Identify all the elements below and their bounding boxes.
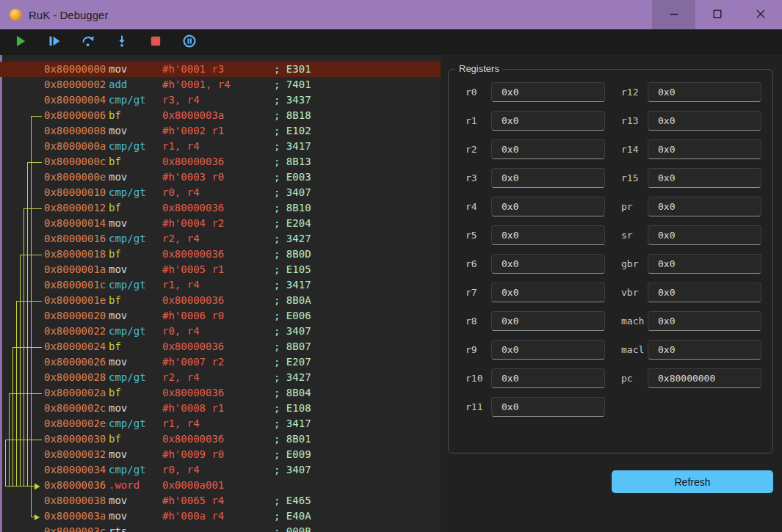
disasm-row[interactable]: 0x80000018bf0x80000036; 8B0D: [0, 247, 441, 262]
disasm-operands: r0, r4: [162, 462, 274, 478]
disasm-row[interactable]: 0x80000012bf0x80000036; 8B10: [0, 200, 441, 216]
disasm-row[interactable]: 0x80000014mov#h'0004 r2; E204: [0, 216, 441, 231]
disasm-row[interactable]: 0x80000022cmp/gtr0, r4; 3407: [0, 324, 441, 339]
disasm-row[interactable]: 0x80000024bf0x80000036; 8B07: [0, 339, 441, 354]
close-button[interactable]: [739, 0, 782, 29]
disasm-row[interactable]: 0x80000016cmp/gtr2, r4; 3427: [0, 231, 441, 247]
disasm-comment: ; E40A: [274, 509, 311, 524]
disasm-row[interactable]: 0x8000000acmp/gtr1, r4; 3417: [0, 139, 441, 154]
disasm-row[interactable]: 0x80000032mov#h'0009 r0; E009: [0, 447, 441, 462]
register-input-r2[interactable]: [491, 139, 605, 159]
disasm-row[interactable]: 0x8000001ebf0x80000036; 8B0A: [0, 293, 441, 308]
register-input-r5[interactable]: [491, 225, 605, 245]
register-input-r10[interactable]: [491, 368, 605, 388]
register-input-pr[interactable]: [648, 197, 761, 216]
disasm-comment: ; 8B10: [274, 200, 311, 216]
register-input-r0[interactable]: [491, 82, 605, 102]
disasm-operands: #h'0004 r2: [162, 216, 274, 231]
disasm-operands: r2, r4: [162, 370, 274, 385]
register-input-r13[interactable]: [648, 111, 761, 131]
disasm-row[interactable]: 0x80000026mov#h'0007 r2; E207: [0, 354, 441, 370]
stop-button[interactable]: [148, 35, 162, 49]
refresh-button[interactable]: Refresh: [612, 470, 773, 493]
disasm-row[interactable]: 0x80000028cmp/gtr2, r4; 3427: [0, 370, 441, 385]
disasm-row[interactable]: 0x8000003amov#h'000a r4; E40A: [0, 509, 441, 524]
disasm-comment: ; 000B: [274, 524, 311, 532]
register-label-r9: r9: [466, 340, 477, 360]
disasm-operands: #h'0002 r1: [162, 123, 274, 139]
disasm-mnemonic: rts: [109, 524, 162, 532]
register-input-mach[interactable]: [648, 311, 761, 331]
disasm-row[interactable]: 0x80000036.word0x0000a001: [0, 478, 441, 493]
register-label-r14: r14: [621, 139, 638, 159]
register-input-r15[interactable]: [648, 168, 761, 188]
continue-button[interactable]: [47, 35, 61, 49]
register-input-r12[interactable]: [648, 82, 761, 102]
disasm-mnemonic: mov: [109, 509, 162, 524]
register-label-r15: r15: [621, 168, 638, 188]
disasm-row[interactable]: 0x80000004cmp/gtr3, r4; 3437: [0, 92, 441, 108]
disasm-address: 0x80000010: [44, 185, 109, 200]
register-label-r2: r2: [466, 139, 477, 159]
run-button[interactable]: [13, 35, 27, 49]
disasm-address: 0x80000034: [44, 462, 109, 478]
disasm-comment: ; 8B07: [274, 339, 311, 354]
disasm-operands: 0x80000036: [162, 154, 274, 170]
disasm-operands: #h'000a r4: [162, 509, 274, 524]
disasm-row[interactable]: 0x80000000mov#h'0001 r3; E301: [0, 62, 441, 77]
register-input-r14[interactable]: [648, 139, 761, 159]
register-input-r1[interactable]: [491, 111, 605, 131]
disasm-row[interactable]: 0x80000008mov#h'0002 r1; E102: [0, 123, 441, 139]
disasm-row[interactable]: 0x8000002abf0x80000036; 8B04: [0, 385, 441, 401]
register-input-r3[interactable]: [491, 168, 605, 188]
step-into-button[interactable]: [115, 35, 128, 49]
register-input-r8[interactable]: [491, 311, 605, 331]
disasm-row[interactable]: 0x80000010cmp/gtr0, r4; 3407: [0, 185, 441, 200]
step-over-button[interactable]: [81, 35, 95, 49]
disasm-row[interactable]: 0x8000001amov#h'0005 r1; E105: [0, 262, 441, 277]
app-icon: [9, 8, 22, 21]
disasm-mnemonic: mov: [109, 170, 162, 185]
register-input-macl[interactable]: [648, 340, 761, 360]
register-input-pc[interactable]: [648, 368, 761, 388]
disasm-row[interactable]: 0x8000000emov#h'0003 r0; E003: [0, 170, 441, 185]
disasm-operands: #h'0006 r0: [162, 308, 274, 324]
register-input-gbr[interactable]: [648, 254, 761, 274]
disasm-operands: 0x80000036: [162, 385, 274, 401]
register-input-r7[interactable]: [491, 283, 605, 302]
disasm-row[interactable]: 0x80000020mov#h'0006 r0; E006: [0, 308, 441, 324]
disasm-row[interactable]: 0x80000006bf0x8000003a; 8B18: [0, 108, 441, 123]
disasm-mnemonic: cmp/gt: [109, 324, 162, 339]
register-input-vbr[interactable]: [648, 283, 761, 302]
maximize-button[interactable]: [695, 0, 739, 29]
pause-button[interactable]: [182, 35, 196, 49]
disasm-row[interactable]: 0x80000038mov#h'0065 r4; E465: [0, 493, 441, 509]
disasm-row[interactable]: 0x80000002add#h'0001, r4; 7401: [0, 77, 441, 92]
disasm-mnemonic: mov: [109, 308, 162, 324]
disasm-comment: ; 8B01: [274, 431, 311, 447]
minimize-button[interactable]: [652, 0, 695, 29]
disasm-operands: r3, r4: [162, 92, 274, 108]
disasm-mnemonic: bf: [109, 339, 162, 354]
register-input-r6[interactable]: [491, 254, 605, 274]
disasm-row[interactable]: 0x80000034cmp/gtr0, r4; 3407: [0, 462, 441, 478]
disasm-row[interactable]: 0x8000000cbf0x80000036; 8B13: [0, 154, 441, 170]
disasm-row[interactable]: 0x8000002ecmp/gtr1, r4; 3417: [0, 416, 441, 431]
disasm-address: 0x80000022: [44, 324, 109, 339]
debug-toolbar: [0, 29, 782, 55]
disasm-row[interactable]: 0x80000030bf0x80000036; 8B01: [0, 431, 441, 447]
disasm-row[interactable]: 0x8000003crts; 000B: [0, 524, 441, 532]
register-label-r1: r1: [466, 111, 477, 131]
register-input-r11[interactable]: [491, 397, 605, 417]
disasm-row[interactable]: 0x8000001ccmp/gtr1, r4; 3417: [0, 277, 441, 293]
register-input-r4[interactable]: [491, 197, 605, 216]
disasm-operands: #h'0001 r3: [162, 62, 274, 77]
disasm-row[interactable]: 0x8000002cmov#h'0008 r1; E108: [0, 401, 441, 416]
disasm-comment: ; 3417: [274, 139, 311, 154]
registers-legend: Registers: [455, 63, 503, 74]
disasm-operands: 0x80000036: [162, 293, 274, 308]
window-titlebar: RuK - Debugger: [0, 0, 782, 29]
register-input-sr[interactable]: [648, 225, 761, 245]
register-input-r9[interactable]: [491, 340, 605, 360]
disasm-address: 0x80000038: [44, 493, 109, 509]
